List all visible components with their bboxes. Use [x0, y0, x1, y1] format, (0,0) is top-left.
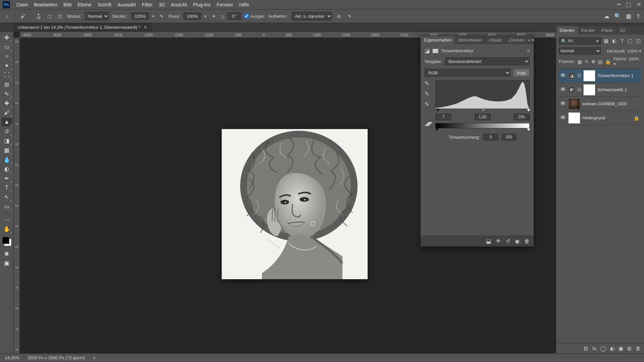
screenmode-icon[interactable]: ▣ [1, 259, 12, 267]
tab-properties[interactable]: Eigenschaften [421, 36, 455, 44]
layer-row[interactable]: 👁 Hintergrund 🔒 [559, 111, 641, 125]
delete-adjustment-icon[interactable]: 🗑 [524, 238, 530, 244]
cloud-docs-icon[interactable]: ☁ [604, 13, 609, 20]
dodge-tool[interactable]: ◐ [1, 165, 12, 173]
fill-value[interactable]: 100% [628, 57, 639, 61]
opacity-input[interactable]: 100% [131, 12, 149, 20]
pressure-size-icon[interactable]: ✎ [346, 12, 354, 20]
status-more-icon[interactable]: > [93, 355, 96, 360]
edit-toolbar-icon[interactable]: ⋯ [1, 215, 12, 224]
brush-presets-icon[interactable]: ▢ [46, 12, 53, 20]
link-icon[interactable]: ⛓ [577, 87, 581, 92]
visibility-toggle-icon[interactable]: 👁 [560, 114, 566, 121]
layer-opacity-value[interactable]: 100% [627, 49, 638, 54]
workspaces-icon[interactable]: ▦ [626, 13, 631, 20]
tab-channels[interactable]: Kanäle [578, 26, 598, 35]
menu-file[interactable]: Datei [13, 2, 31, 7]
menu-layer[interactable]: Ebene [74, 2, 95, 7]
tab-3d[interactable]: 3D [616, 26, 629, 35]
share-icon[interactable]: ⇪ [636, 13, 641, 20]
ignore-adjustment-icon[interactable]: ⊘ [335, 12, 343, 20]
panel-collapse-icon[interactable]: « [528, 38, 530, 43]
output-slider[interactable] [435, 130, 530, 132]
output-black-value[interactable]: 0 [483, 134, 498, 140]
history-brush-tool[interactable]: ↺ [1, 127, 12, 136]
menu-window[interactable]: Fenster [214, 2, 236, 7]
input-gamma-value[interactable]: 1,00 [475, 114, 491, 120]
gray-eyedropper-icon[interactable]: ✎ [425, 90, 433, 98]
input-slider[interactable] [435, 110, 530, 112]
blur-tool[interactable]: 💧 [1, 155, 12, 164]
layer-name[interactable]: Tonwertkorrektur 1 [597, 73, 640, 78]
mask-thumb[interactable] [583, 70, 595, 81]
clone-stamp-tool[interactable]: ▲ [1, 118, 12, 126]
menu-plugins[interactable]: Plug-ins [190, 2, 213, 7]
filter-shape-icon[interactable]: ▢ [627, 38, 633, 44]
lock-nest-icon[interactable]: ▤ [598, 59, 602, 64]
opacity-chevron-icon[interactable]: ▾ [152, 14, 155, 19]
delete-layer-icon[interactable]: 🗑 [636, 346, 641, 351]
panel-menu-icon[interactable]: ≡ [527, 48, 530, 53]
window-maximize-icon[interactable]: ▢ [626, 1, 631, 8]
layer-row[interactable]: 👁 woman-1439909_1920 [559, 97, 641, 111]
tab-paragraph[interactable]: Absatz [485, 36, 505, 44]
marquee-tool[interactable]: ▭ [1, 43, 12, 51]
search-icon[interactable]: 🔍 [614, 13, 621, 20]
brush-size-preview[interactable]: ●19 [35, 12, 42, 20]
sample-select[interactable]: Akt. u. darunter [292, 12, 332, 20]
close-tab-icon[interactable]: ✕ [144, 25, 147, 30]
gradient-tool[interactable]: ▦ [1, 146, 12, 155]
quickmask-icon[interactable]: ◙ [1, 249, 12, 258]
menu-type[interactable]: Schrift [95, 2, 114, 7]
filter-smart-icon[interactable]: ◫ [635, 38, 641, 44]
brush-tool[interactable]: 🖌 [1, 108, 12, 117]
window-close-icon[interactable]: ✕ [637, 1, 641, 8]
toggle-visibility-icon[interactable]: ◉ [515, 238, 520, 244]
link-icon[interactable]: ⛓ [577, 73, 581, 78]
new-adjustment-icon[interactable]: ◐ [610, 346, 614, 352]
type-tool[interactable]: T [1, 183, 12, 192]
panel-close-icon[interactable]: ✕ [531, 38, 535, 43]
mode-select[interactable]: Normal [85, 12, 109, 20]
visibility-toggle-icon[interactable]: 👁 [560, 72, 566, 79]
layer-row[interactable]: 👁 ◩ ⛓ Schwarzweiß 1 [559, 83, 641, 97]
layer-name[interactable]: Schwarzweiß 1 [597, 87, 640, 92]
flow-chevron-icon[interactable]: ▾ [204, 14, 207, 19]
levels-histogram[interactable] [435, 80, 530, 109]
tab-layers[interactable]: Ebenen [556, 26, 578, 35]
canvas-artboard[interactable] [222, 129, 368, 279]
airbrush-icon[interactable]: ✈ [210, 12, 217, 20]
move-tool[interactable]: ✥ [1, 33, 12, 42]
current-tool-icon[interactable]: 🖌 [19, 12, 26, 20]
reset-icon[interactable]: ↺ [506, 238, 510, 244]
pen-tool[interactable]: ✒ [1, 174, 12, 183]
new-layer-icon[interactable]: ⊞ [627, 346, 632, 352]
layer-filter-select[interactable]: 🔍 Art▾ [559, 37, 601, 45]
lock-pixels-icon[interactable]: ▦ [578, 59, 582, 64]
channel-select[interactable]: RGB [425, 69, 511, 77]
angle-input[interactable]: 0° [227, 12, 241, 20]
document-tab[interactable]: Unbenannt-1 bei 14,3% (Tonwertkorrektur … [13, 23, 152, 32]
healing-tool[interactable]: ✚ [1, 99, 12, 108]
black-eyedropper-icon[interactable]: ✎ [425, 80, 433, 87]
input-black-value[interactable]: 7 [435, 114, 451, 120]
white-eyedropper-icon[interactable]: ✎ [425, 101, 433, 108]
menu-edit[interactable]: Bearbeiten [31, 2, 60, 7]
bg-thumb[interactable] [568, 112, 580, 124]
image-thumb[interactable] [568, 98, 580, 110]
home-icon[interactable]: ⌂ [3, 12, 11, 20]
hand-tool[interactable]: ✋ [1, 225, 12, 233]
menu-view[interactable]: Ansicht [168, 2, 190, 7]
lock-all-icon[interactable]: 🔒 [605, 59, 611, 64]
dark-light-icon[interactable]: ◢◤ [425, 121, 433, 127]
visibility-toggle-icon[interactable]: 👁 [560, 100, 566, 107]
view-previous-icon[interactable]: 👁 [496, 238, 501, 244]
filter-type-icon[interactable]: T [619, 38, 625, 44]
layer-row[interactable]: 👁 ◪ ⛓ Tonwertkorrektur 1 [559, 69, 641, 83]
tab-libraries[interactable]: Bibliotheken [455, 36, 485, 44]
fx-icon[interactable]: fx [592, 346, 596, 351]
crop-tool[interactable]: ⛶ [1, 71, 12, 79]
tab-paths[interactable]: Pfade [598, 26, 616, 35]
filter-adjust-icon[interactable]: ◐ [611, 38, 617, 44]
wand-tool[interactable]: ✦ [1, 61, 12, 70]
